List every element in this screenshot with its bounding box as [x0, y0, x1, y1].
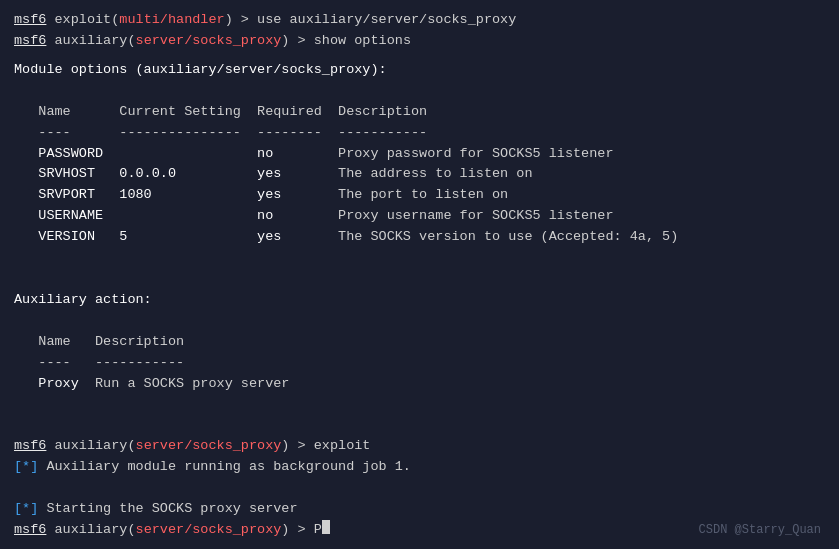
- table-row-password: PASSWORD no Proxy password for SOCKS5 li…: [14, 144, 825, 165]
- prompt-msf: msf6: [14, 10, 46, 31]
- row-username-name: USERNAME no: [14, 206, 338, 227]
- row-srvhost-desc: The address to listen on: [338, 164, 532, 185]
- action-proxy-name: Proxy: [14, 374, 95, 395]
- cmd-aux-suffix-3: ) > exploit: [281, 436, 370, 457]
- blank-7: [14, 416, 825, 437]
- table-header-row: Name Current Setting Required Descriptio…: [14, 102, 825, 123]
- table-row-srvhost: SRVHOST 0.0.0.0 yes The address to liste…: [14, 164, 825, 185]
- cmd-aux-prefix-2: auxiliary(: [46, 31, 135, 52]
- aux-action-heading: Auxiliary action:: [14, 290, 825, 311]
- blank-6: [14, 395, 825, 416]
- row-srvport-name: SRVPORT 1080 yes: [14, 185, 338, 206]
- prompt-msf-3: msf6: [14, 436, 46, 457]
- action-col-header: Name Description: [14, 332, 184, 353]
- table-row-version: VERSION 5 yes The SOCKS version to use (…: [14, 227, 825, 248]
- module-options-heading: Module options (auxiliary/server/socks_p…: [14, 60, 825, 81]
- module-options-text: Module options (auxiliary/server/socks_p…: [14, 60, 387, 81]
- row-srvport-desc: The port to listen on: [338, 185, 508, 206]
- module-name-3: server/socks_proxy: [136, 436, 282, 457]
- info-line-1: [*] Auxiliary module running as backgrou…: [14, 457, 825, 478]
- action-proxy-desc: Run a SOCKS proxy server: [95, 374, 289, 395]
- action-sep-row: ---- -----------: [14, 353, 825, 374]
- row-password-desc: Proxy password for SOCKS5 listener: [338, 144, 613, 165]
- info-bracket-1: [*]: [14, 457, 38, 478]
- table-row-srvport: SRVPORT 1080 yes The port to listen on: [14, 185, 825, 206]
- row-username-desc: Proxy username for SOCKS5 listener: [338, 206, 613, 227]
- blank-3: [14, 248, 825, 269]
- col-name-header: Name Current Setting Required Descriptio…: [14, 102, 427, 123]
- info-bracket-2: [*]: [14, 499, 38, 520]
- line-2: msf6 auxiliary(server/socks_proxy) > sho…: [14, 31, 825, 52]
- aux-action-text: Auxiliary action:: [14, 290, 152, 311]
- module-name-2: server/socks_proxy: [136, 31, 282, 52]
- cmd-aux-prefix-4: auxiliary(: [46, 520, 135, 541]
- watermark: CSDN @Starry_Quan: [699, 523, 821, 537]
- info-text-1: Auxiliary module running as background j…: [38, 457, 411, 478]
- blank-4: [14, 269, 825, 290]
- action-header-row: Name Description: [14, 332, 825, 353]
- line-exploit: msf6 auxiliary(server/socks_proxy) > exp…: [14, 436, 825, 457]
- cmd-exploit-prefix: exploit(: [46, 10, 119, 31]
- row-version-name: VERSION 5 yes: [14, 227, 338, 248]
- info-text-2: Starting the SOCKS proxy server: [38, 499, 297, 520]
- row-version-desc: The SOCKS version to use (Accepted: 4a, …: [338, 227, 678, 248]
- cmd-aux-suffix-2: ) > show options: [281, 31, 411, 52]
- blank-1: [14, 52, 825, 60]
- cursor: [322, 520, 330, 534]
- prompt-msf-4: msf6: [14, 520, 46, 541]
- table-row-username: USERNAME no Proxy username for SOCKS5 li…: [14, 206, 825, 227]
- prompt-msf-2: msf6: [14, 31, 46, 52]
- info-line-2: [*] Starting the SOCKS proxy server: [14, 499, 825, 520]
- module-name-1: multi/handler: [119, 10, 224, 31]
- action-row-proxy: Proxy Run a SOCKS proxy server: [14, 374, 825, 395]
- cmd-exploit-suffix: ) > use auxiliary/server/socks_proxy: [225, 10, 517, 31]
- action-col-sep: ---- -----------: [14, 353, 184, 374]
- row-password-name: PASSWORD no: [14, 144, 338, 165]
- blank-2: [14, 81, 825, 102]
- blank-8: [14, 478, 825, 499]
- blank-5: [14, 311, 825, 332]
- cmd-aux-suffix-4: ) > P: [281, 520, 322, 541]
- module-name-4: server/socks_proxy: [136, 520, 282, 541]
- table-sep-row: ---- --------------- -------- ----------…: [14, 123, 825, 144]
- cmd-aux-prefix-3: auxiliary(: [46, 436, 135, 457]
- row-srvhost-name: SRVHOST 0.0.0.0 yes: [14, 164, 338, 185]
- terminal: msf6 exploit(multi/handler) > use auxili…: [0, 0, 839, 549]
- line-1: msf6 exploit(multi/handler) > use auxili…: [14, 10, 825, 31]
- col-sep: ---- --------------- -------- ----------…: [14, 123, 427, 144]
